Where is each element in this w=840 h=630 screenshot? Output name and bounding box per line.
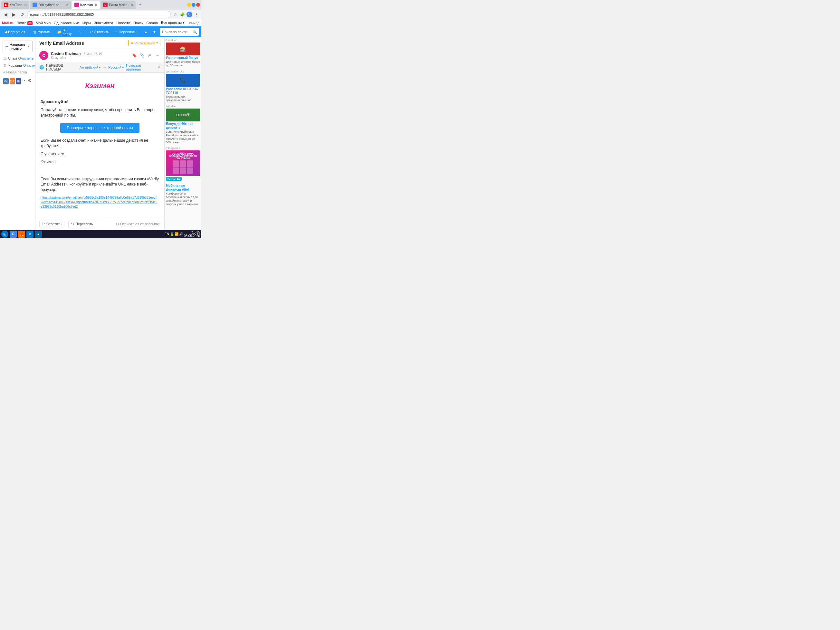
more-email-actions-icon[interactable]: ⋯ bbox=[155, 52, 160, 58]
email-content: Verify Email Address ★ Регистрации ▾ C C… bbox=[35, 37, 164, 230]
mailru-topbar: Mail.ru Почта 60 Мой Мир Одноклассники И… bbox=[0, 19, 201, 27]
more-actions-button[interactable]: ... bbox=[77, 29, 84, 35]
tab-200rub-close[interactable]: ✕ bbox=[66, 3, 69, 7]
mailru-link-combo[interactable]: Combo bbox=[147, 21, 158, 25]
taskbar-chrome[interactable]: G bbox=[9, 231, 17, 238]
translate-from-arrow: ▾ bbox=[99, 65, 101, 69]
compose-button[interactable]: ✏ Написать письмо ▾ bbox=[3, 41, 33, 52]
translate-to-label: Русский bbox=[108, 65, 122, 69]
collapse-button[interactable]: ▼ bbox=[151, 29, 158, 35]
taskbar-app4[interactable]: ● bbox=[35, 231, 42, 238]
menu-icon[interactable]: ⋮ bbox=[194, 12, 199, 17]
sender-actions: 🔖 📎 🖨 ⋯ bbox=[131, 52, 160, 58]
mailru-link-all[interactable]: Все проекты ▾ bbox=[161, 21, 185, 25]
folder-icon: 📁 bbox=[57, 30, 62, 34]
email-title: Verify Email Address bbox=[39, 41, 84, 46]
translation-bar: 🌐 ПЕРЕВОД ПИСЬМА Английский ▾ → Русский … bbox=[35, 62, 164, 73]
show-original-button[interactable]: Показать оригинал bbox=[126, 63, 156, 71]
sender-to: Кому: alex bbox=[51, 56, 129, 60]
spam-clear-button[interactable]: Очистить bbox=[18, 56, 34, 60]
sidebar: ✏ Написать письмо ▾ ⚠ Спам Очистить 🗑 Ко… bbox=[0, 37, 35, 230]
delete-button[interactable]: 🗑 Удалить bbox=[31, 29, 53, 35]
more-social-button[interactable]: ⋯ bbox=[22, 78, 27, 84]
ad-item-1xbet[interactable]: 1xbet.kz 🎰 Увеличенный бонус Для новых и… bbox=[166, 39, 200, 67]
translate-to[interactable]: Русский ▾ bbox=[108, 65, 124, 69]
taskbar-ie[interactable]: e bbox=[27, 231, 33, 238]
back-nav-button[interactable]: ◀ bbox=[2, 11, 9, 18]
tab-mailru[interactable]: M Почта Mail.ru ✕ bbox=[101, 1, 136, 9]
mailru-link-ok[interactable]: Одноклассники bbox=[54, 21, 79, 25]
mailru-link-moimir[interactable]: Мой Мир bbox=[36, 21, 51, 25]
tab-youtube[interactable]: ▶ YouTube ✕ bbox=[1, 1, 29, 9]
close-button[interactable] bbox=[196, 3, 200, 7]
forward-icon: ↪ bbox=[115, 30, 118, 34]
verify-link[interactable]: https://kaziman.win/email/verify/5938c6a… bbox=[41, 196, 158, 208]
verify-email-button[interactable]: Проверьте адрес электронной почты bbox=[60, 123, 139, 133]
social-settings-button[interactable]: ⚙ bbox=[28, 78, 32, 84]
mailru-link-pochta[interactable]: Почта 60 bbox=[16, 21, 33, 25]
address-bar[interactable]: e.mail.ru/6/0158868118508010821396Z/ bbox=[27, 11, 171, 18]
sidebar-item-spam[interactable]: ⚠ Спам Очистить bbox=[0, 55, 35, 62]
taskbar-firefox[interactable]: 🦊 bbox=[18, 231, 25, 238]
unsubscribe-button[interactable]: ⊖ Отписаться от рассылки bbox=[116, 222, 160, 226]
forward-toolbar-button[interactable]: ↪ Переслать bbox=[113, 29, 138, 35]
forward-button[interactable]: ↪ Переслать bbox=[68, 221, 96, 227]
expand-button[interactable]: ▲ bbox=[142, 29, 150, 35]
ad-item-altel[interactable]: Мобильные финансы Altel Комфортный и без… bbox=[166, 184, 200, 206]
email-body: Кэзимен Здравствуйте! Пожалуйста, нажмит… bbox=[35, 73, 164, 215]
reply-button[interactable]: ↩ Ответить bbox=[39, 221, 65, 227]
back-label: Вернуться bbox=[8, 30, 25, 34]
minimize-button[interactable] bbox=[187, 3, 191, 7]
extension-icon[interactable]: 🧩 bbox=[179, 12, 185, 17]
ok-icon[interactable]: OK bbox=[9, 78, 15, 84]
tab-kaziman-close[interactable]: ✕ bbox=[95, 3, 97, 7]
fb-icon[interactable]: fb bbox=[16, 78, 21, 84]
move-to-folder-button[interactable]: 📁 В папку bbox=[55, 27, 75, 37]
main-layout: ✏ Написать письмо ▾ ⚠ Спам Очистить 🗑 Ко… bbox=[0, 37, 201, 230]
ad-item-finhel[interactable]: finhel.kz 60 000₸ Бонус до 60к при депоз… bbox=[166, 105, 200, 144]
vk-icon[interactable]: VK bbox=[3, 78, 9, 84]
sidebar-item-trash[interactable]: 🗑 Корзина Очистить bbox=[0, 62, 35, 69]
attach-icon[interactable]: 📎 bbox=[139, 52, 145, 58]
forward-btn-label: Переслать bbox=[75, 222, 93, 226]
search-input[interactable] bbox=[162, 30, 191, 34]
forward-nav-button[interactable]: ▶ bbox=[10, 11, 17, 18]
bookmark-icon[interactable]: ☆ bbox=[172, 12, 178, 17]
sender-row: C Casino Kaziman 5 мин. 18:19 Кому: alex… bbox=[35, 49, 164, 62]
ad-altel-desc: Комфортный и безопасный сервис для онлай… bbox=[166, 192, 200, 206]
print-icon[interactable]: 🖨 bbox=[147, 52, 153, 58]
ad-mts-title: ОСТАВАЙСЯ ДОМА. ОПЛАЧИВАЯ УСЛУГИ СО СМАР… bbox=[167, 153, 199, 159]
email-reply-bar: ↩ Ответить ↪ Переслать ⊖ Отписаться от р… bbox=[35, 218, 164, 230]
reload-button[interactable]: ↺ bbox=[19, 11, 26, 18]
translate-from[interactable]: Английский ▾ bbox=[79, 65, 101, 69]
reply-toolbar-button[interactable]: ↩ Ответить bbox=[88, 29, 111, 35]
logout-link[interactable]: выход bbox=[189, 21, 199, 25]
registration-label: Регистрации bbox=[135, 41, 156, 45]
tab-youtube-close[interactable]: ✕ bbox=[24, 3, 27, 7]
profile-icon[interactable]: U bbox=[186, 12, 192, 17]
back-to-inbox-button[interactable]: ◀ Вернуться bbox=[3, 29, 27, 35]
tab-mailru-close[interactable]: ✕ bbox=[131, 3, 133, 7]
tab-200rub[interactable]: 200 рублей за регистрацию в ... ✕ bbox=[30, 1, 71, 9]
new-tab-button[interactable]: + bbox=[136, 1, 144, 9]
search-icon[interactable]: 🔍 bbox=[192, 30, 197, 34]
clock-time: 15:15 bbox=[184, 231, 200, 234]
mailru-link-games[interactable]: Игры bbox=[82, 21, 91, 25]
ad-item-panasonic[interactable]: technodom.kz 📞 Panasonic DECT KX-TGE110 … bbox=[166, 70, 200, 103]
mailru-link-dating[interactable]: Знакомства bbox=[94, 21, 114, 25]
translate-from-label: Английский bbox=[79, 65, 99, 69]
translation-close-button[interactable]: ✕ bbox=[158, 65, 160, 69]
ad-mts-image: ОСТАВАЙСЯ ДОМА. ОПЛАЧИВАЯ УСЛУГИ СО СМАР… bbox=[166, 150, 200, 176]
registration-button[interactable]: ★ Регистрации ▾ bbox=[128, 40, 161, 46]
ad-item-mts[interactable]: mts/games ОСТАВАЙСЯ ДОМА. ОПЛАЧИВАЯ УСЛУ… bbox=[166, 147, 200, 182]
tray-sound-icon: 🔊 bbox=[179, 232, 183, 236]
forward-label: Переслать bbox=[118, 30, 136, 34]
mailru-link-news[interactable]: Новости bbox=[116, 21, 130, 25]
new-folder-button[interactable]: + Новая папка bbox=[0, 69, 35, 75]
mailru-link-search[interactable]: Поиск bbox=[133, 21, 143, 25]
tab-kaziman[interactable]: Kaziman ✕ bbox=[72, 1, 100, 9]
start-button[interactable]: ⊞ bbox=[1, 231, 8, 238]
maximize-button[interactable] bbox=[192, 3, 196, 7]
email-body-content: Здравствуйте! Пожалуйста, нажмите кнопку… bbox=[41, 96, 159, 211]
bookmark-email-icon[interactable]: 🔖 bbox=[131, 52, 137, 58]
